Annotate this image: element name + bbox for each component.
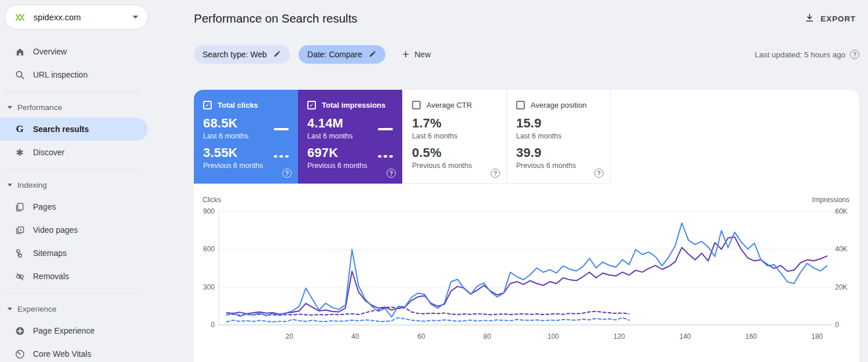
chevron-down-icon bbox=[8, 184, 12, 187]
main-content: Performance on Search results EXPORT Sea… bbox=[162, 0, 868, 362]
sidebar-item-pages[interactable]: Pages bbox=[0, 195, 148, 218]
metric-value-current: 15.9 bbox=[516, 116, 601, 131]
metric-value-previous: 3.55K bbox=[203, 145, 289, 160]
dashed-line-indicator bbox=[378, 155, 393, 158]
metric-value-previous: 697K bbox=[307, 145, 393, 160]
left-axis-tick-label: 900 bbox=[203, 207, 215, 215]
metric-period-previous: Previous 6 months bbox=[307, 162, 393, 170]
right-axis-tick-label: 0 bbox=[835, 321, 839, 329]
right-axis-tick-label: 60K bbox=[835, 207, 847, 215]
performance-chart: 90060K60040K30020K00ClicksImpressions204… bbox=[194, 194, 859, 356]
sidebar-nav: Overview URL inspection Performance G Se… bbox=[0, 40, 162, 362]
sidebar-divider bbox=[5, 169, 139, 170]
date-compare-chip[interactable]: Date: Compare bbox=[299, 45, 385, 64]
metric-value-previous: 39.9 bbox=[516, 145, 601, 160]
last-updated-text: Last updated: 5 hours ago bbox=[755, 50, 845, 59]
card-label: Average CTR bbox=[426, 101, 472, 109]
metric-cards: ✓ Total clicks 68.5K Last 6 months 3.55K… bbox=[194, 90, 611, 184]
card-header: ✓ Total impressions bbox=[307, 101, 393, 109]
right-axis-title: Impressions bbox=[812, 196, 849, 204]
metric-period-previous: Previous 6 months bbox=[203, 162, 289, 170]
x-axis-tick-label: 120 bbox=[613, 332, 625, 341]
right-axis-tick-label: 40K bbox=[835, 245, 847, 253]
sidebar-item-removals[interactable]: Removals bbox=[0, 265, 148, 288]
sidebar-item-url-inspection[interactable]: URL inspection bbox=[0, 63, 148, 86]
pages-icon bbox=[14, 201, 25, 213]
home-icon bbox=[14, 46, 25, 57]
solid-line-indicator bbox=[378, 128, 393, 130]
checkbox-checked-icon[interactable]: ✓ bbox=[203, 101, 212, 109]
sidebar-item-label: Removals bbox=[33, 272, 69, 281]
card-total-impressions[interactable]: ✓ Total impressions 4.14M Last 6 months … bbox=[298, 90, 402, 184]
eye-off-icon bbox=[14, 270, 25, 282]
metric-period-current: Last 6 months bbox=[203, 132, 289, 140]
help-icon[interactable]: ? bbox=[282, 169, 292, 178]
help-icon[interactable]: ? bbox=[387, 169, 396, 178]
sidebar-section-performance[interactable]: Performance bbox=[0, 97, 162, 118]
card-label: Average position bbox=[531, 101, 587, 109]
search-console-app: spidexx.com Overview URL inspection Perf… bbox=[0, 0, 868, 362]
sidebar-section-experience[interactable]: Experience bbox=[0, 298, 162, 319]
x-axis-tick-label: 60 bbox=[417, 332, 425, 341]
sidebar-divider bbox=[5, 92, 139, 92]
pencil-icon bbox=[273, 50, 281, 60]
page-title: Performance on Search results bbox=[194, 12, 358, 25]
chart-series-impressions-last-6-months bbox=[227, 237, 827, 314]
export-button[interactable]: EXPORT bbox=[804, 13, 859, 25]
video-pages-icon bbox=[14, 224, 25, 236]
property-selector[interactable]: spidexx.com bbox=[5, 5, 148, 30]
chip-label: Search type: Web bbox=[203, 50, 267, 59]
chart-series-clicks-last-6-months bbox=[227, 223, 827, 317]
chevron-down-icon bbox=[133, 16, 138, 19]
new-label: New bbox=[414, 50, 431, 59]
page-experience-icon bbox=[14, 325, 25, 337]
title-row: Performance on Search results EXPORT bbox=[194, 8, 859, 29]
chart-series-clicks-previous-6-months bbox=[227, 317, 629, 321]
sidebar-section-indexing[interactable]: Indexing bbox=[0, 174, 162, 195]
sidebar-item-page-experience[interactable]: Page Experience bbox=[0, 319, 148, 342]
google-g-icon: G bbox=[14, 123, 25, 135]
sidebar-item-label: Search results bbox=[33, 125, 89, 134]
new-filter-button[interactable]: + New bbox=[402, 49, 431, 60]
last-updated: Last updated: 5 hours ago ? bbox=[755, 50, 859, 59]
property-name: spidexx.com bbox=[34, 13, 125, 22]
section-label: Indexing bbox=[17, 181, 47, 189]
checkbox-checked-icon[interactable]: ✓ bbox=[307, 101, 316, 109]
chevron-down-icon bbox=[8, 308, 12, 310]
left-axis-tick-label: 600 bbox=[203, 245, 215, 253]
left-axis-tick-label: 300 bbox=[203, 283, 215, 291]
card-total-clicks[interactable]: ✓ Total clicks 68.5K Last 6 months 3.55K… bbox=[194, 90, 298, 184]
card-label: Total clicks bbox=[218, 101, 258, 109]
plus-icon: + bbox=[402, 48, 409, 60]
sidebar-item-overview[interactable]: Overview bbox=[0, 40, 148, 63]
x-axis-tick-label: 20 bbox=[285, 332, 293, 341]
metric-period-previous: Previous 6 months bbox=[412, 162, 497, 170]
pencil-icon bbox=[369, 50, 377, 60]
filter-row: Search type: Web Date: Compare + New Las… bbox=[194, 45, 859, 64]
sidebar-item-discover[interactable]: ✱ Discover bbox=[0, 141, 148, 164]
sidebar-item-search-results[interactable]: G Search results bbox=[0, 118, 148, 141]
sidebar-item-video-pages[interactable]: Video pages bbox=[0, 218, 148, 242]
metric-period-current: Last 6 months bbox=[412, 132, 497, 140]
sidebar-item-core-web-vitals[interactable]: Core Web Vitals bbox=[0, 342, 148, 362]
section-label: Experience bbox=[17, 305, 57, 313]
sidebar-item-sitemaps[interactable]: Sitemaps bbox=[0, 242, 148, 265]
help-icon[interactable]: ? bbox=[850, 50, 859, 59]
help-icon[interactable]: ? bbox=[491, 169, 500, 178]
core-web-vitals-gauge-icon bbox=[14, 348, 25, 360]
left-axis-tick-label: 0 bbox=[211, 321, 215, 329]
solid-line-indicator bbox=[274, 128, 289, 130]
sidebar-item-label: Sitemaps bbox=[33, 248, 67, 258]
help-icon[interactable]: ? bbox=[594, 169, 604, 178]
checkbox-empty-icon[interactable] bbox=[516, 101, 525, 109]
sidebar-divider bbox=[5, 293, 139, 294]
card-average-position[interactable]: Average position 15.9 Last 6 months 39.9… bbox=[506, 90, 610, 184]
sidebar-item-label: Page Experience bbox=[33, 326, 95, 335]
metric-period-current: Last 6 months bbox=[516, 132, 601, 140]
search-type-chip[interactable]: Search type: Web bbox=[194, 45, 290, 64]
checkbox-empty-icon[interactable] bbox=[412, 101, 421, 109]
x-axis-tick-label: 140 bbox=[679, 332, 691, 341]
property-favicon-icon bbox=[14, 12, 26, 23]
x-axis-tick-label: 100 bbox=[547, 332, 559, 341]
card-average-ctr[interactable]: Average CTR 1.7% Last 6 months 0.5% Prev… bbox=[402, 90, 506, 184]
